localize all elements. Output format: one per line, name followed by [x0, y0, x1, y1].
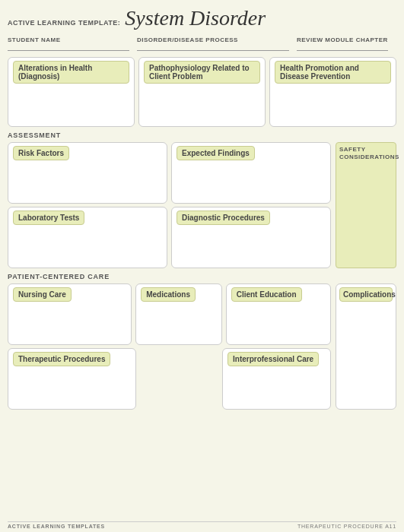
health-promotion-label: Health Promotion and Disease Prevention	[275, 61, 391, 84]
medications-bottom-spacer	[140, 348, 218, 410]
therapeutic-procedures-label: Therapeutic Procedures	[13, 352, 110, 366]
footer-right: THERAPEUTIC PROCEDURE A11	[297, 524, 396, 529]
health-promotion-box: Health Promotion and Disease Prevention	[269, 57, 396, 127]
alterations-label: Alterations in Health (Diagnosis)	[13, 61, 129, 84]
nursing-care-label: Nursing Care	[13, 287, 72, 302]
risk-factors-content	[13, 162, 162, 200]
patient-care-main: Nursing Care Medications Client Educatio…	[8, 283, 331, 410]
assessment-area: Risk Factors Expected Findings Laborator…	[8, 142, 396, 268]
top-boxes-row: Alterations in Health (Diagnosis) Pathop…	[8, 57, 396, 127]
assessment-section-header: ASSESSMENT	[8, 131, 396, 139]
diagnostic-procedures-content	[177, 226, 326, 264]
footer: ACTIVE LEARNING TEMPLATES THERAPEUTIC PR…	[8, 521, 396, 529]
student-name-line	[8, 43, 129, 51]
client-education-content	[231, 303, 326, 341]
safety-label: SAFETYCONSIDERATIONS	[339, 146, 393, 162]
laboratory-tests-content	[13, 226, 162, 264]
complications-panel: Complications	[336, 283, 396, 410]
review-field: REVIEW MODULE CHAPTER	[297, 36, 388, 51]
expected-findings-content	[177, 162, 326, 200]
alterations-content	[13, 85, 129, 123]
health-promotion-content	[275, 85, 391, 123]
pathophysiology-content	[144, 85, 260, 123]
expected-findings-box: Expected Findings	[171, 142, 331, 204]
patient-care-header: PATIENT-CENTERED CARE	[8, 273, 396, 280]
laboratory-tests-label: Laboratory Tests	[13, 211, 84, 225]
template-label: ACTIVE LEARNING TEMPLATE:	[8, 19, 120, 27]
risk-factors-label: Risk Factors	[13, 146, 69, 160]
patient-care-area: Nursing Care Medications Client Educatio…	[8, 283, 396, 410]
assessment-main: Risk Factors Expected Findings Laborator…	[8, 142, 331, 268]
expected-findings-label: Expected Findings	[177, 146, 255, 160]
interprofessional-care-box: Interprofessional Care	[222, 348, 331, 410]
header: ACTIVE LEARNING TEMPLATE: System Disorde…	[8, 6, 396, 33]
risk-factors-box: Risk Factors	[8, 142, 167, 204]
diagnostic-procedures-box: Diagnostic Procedures	[171, 207, 331, 268]
interprofessional-care-content	[227, 368, 326, 406]
pathophysiology-box: Pathophysiology Related to Client Proble…	[138, 57, 266, 127]
client-education-label: Client Education	[231, 287, 302, 302]
student-info-row: STUDENT NAME DISORDER/DISEASE PROCESS RE…	[8, 36, 396, 52]
nursing-care-box: Nursing Care	[8, 283, 132, 345]
assessment-row-2: Laboratory Tests Diagnostic Procedures	[8, 207, 331, 268]
nursing-care-content	[13, 303, 126, 341]
medications-label: Medications	[141, 287, 196, 302]
pathophysiology-label: Pathophysiology Related to Client Proble…	[144, 61, 260, 84]
disorder-field: DISORDER/DISEASE PROCESS	[137, 36, 289, 51]
patient-care-row-1: Nursing Care Medications Client Educatio…	[8, 283, 331, 345]
alterations-box: Alterations in Health (Diagnosis)	[8, 57, 135, 127]
medications-content	[141, 303, 216, 341]
page: ACTIVE LEARNING TEMPLATE: System Disorde…	[0, 0, 404, 532]
laboratory-tests-box: Laboratory Tests	[8, 207, 167, 268]
page-title: System Disorder	[125, 6, 266, 30]
patient-care-row-2: Therapeutic Procedures Interprofessional…	[8, 348, 331, 410]
complications-label: Complications	[339, 287, 393, 302]
disorder-line	[137, 43, 289, 51]
diagnostic-procedures-label: Diagnostic Procedures	[177, 211, 270, 225]
assessment-row-1: Risk Factors Expected Findings	[8, 142, 331, 204]
medications-box: Medications	[135, 283, 221, 345]
student-name-field: STUDENT NAME	[8, 36, 129, 51]
client-education-box: Client Education	[226, 283, 331, 345]
therapeutic-procedures-content	[13, 368, 131, 406]
review-line	[297, 43, 388, 51]
safety-panel: SAFETYCONSIDERATIONS	[336, 142, 396, 268]
therapeutic-procedures-box: Therapeutic Procedures	[8, 348, 136, 410]
footer-left: ACTIVE LEARNING TEMPLATES	[8, 524, 105, 529]
interprofessional-care-label: Interprofessional Care	[227, 352, 319, 366]
